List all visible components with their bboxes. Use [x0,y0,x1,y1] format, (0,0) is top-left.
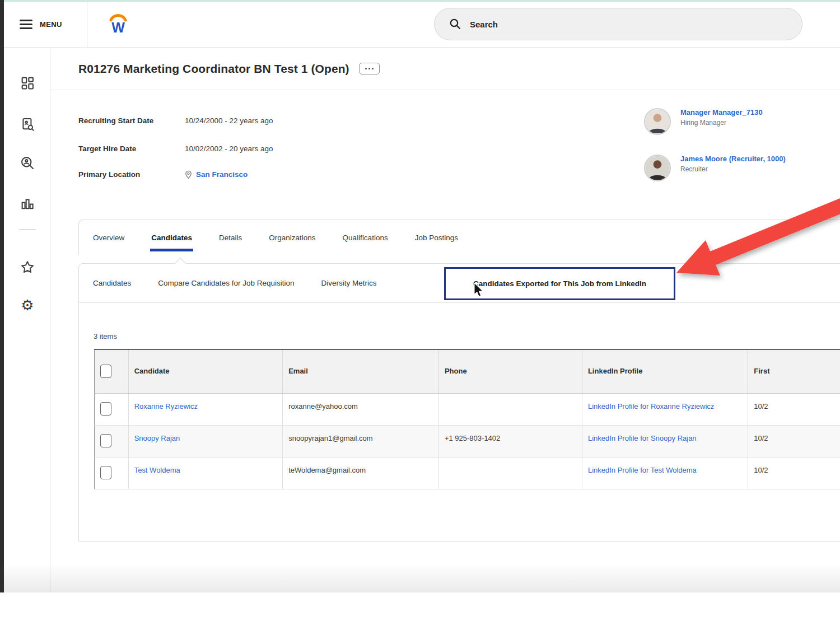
person-role: Recruiter [680,165,786,173]
candidate-link[interactable]: Roxanne Ryziewicz [134,402,198,410]
person-role: Hiring Manager [680,119,763,127]
hamburger-icon [20,20,32,30]
email-cell: snoopyrajan1@gmail.com [283,425,439,457]
row-checkbox[interactable] [100,434,111,447]
reports-bar-chart-icon[interactable] [18,195,36,213]
detail-row: Recruiting Start Date 10/24/2000 - 22 ye… [78,116,273,125]
first-export-cell: 10/2 [748,457,840,489]
subtab-candidates[interactable]: Candidates [93,279,131,287]
detail-row: Target Hire Date 10/02/2002 - 20 years a… [78,144,273,153]
linkedin-profile-link[interactable]: LinkedIn Profile for Test Woldema [588,466,697,474]
search-placeholder: Search [470,20,498,29]
related-actions-button[interactable] [359,63,380,74]
subtab-compare-candidates[interactable]: Compare Candidates for Job Requisition [158,279,294,287]
column-header-first-export[interactable]: First [748,349,840,393]
svg-text:W: W [111,20,125,35]
search-input[interactable]: Search [434,8,802,40]
page-title: R01276 Marketing Coordinator BN Test 1 (… [78,62,349,76]
location-pin-icon [185,170,192,179]
table-row: Test Woldema teWoldema@gmail.com LinkedI… [95,457,840,489]
bottom-fade [4,563,840,592]
column-header-phone[interactable]: Phone [438,349,582,393]
linkedin-profile-link[interactable]: LinkedIn Profile for Roxanne Ryziewicz [588,402,714,410]
ellipsis-icon [365,68,367,69]
candidate-link[interactable]: Snoopy Rajan [134,434,180,442]
tab-details[interactable]: Details [219,233,242,242]
menu-button[interactable]: MENU [20,2,62,47]
candidate-link[interactable]: Test Woldema [134,466,180,474]
candidates-panel: Candidates Compare Candidates for Job Re… [78,263,840,542]
avatar[interactable] [644,155,671,181]
row-checkbox[interactable] [100,402,111,416]
first-export-cell: 10/2 [748,393,840,425]
app-window: MENU W Search [0,0,840,630]
select-all-checkbox[interactable] [100,365,111,378]
column-header-candidate[interactable]: Candidate [128,349,283,393]
detail-label: Recruiting Start Date [78,116,185,125]
linkedin-profile-link[interactable]: LinkedIn Profile for Snoopy Rajan [588,434,697,442]
settings-gear-icon[interactable]: ⚙ [18,296,36,314]
column-header-email[interactable]: Email [283,349,439,393]
subtab-diversity-metrics[interactable]: Diversity Metrics [321,279,376,287]
person-name-link[interactable]: James Moore (Recruiter, 1000) [680,155,786,163]
detail-value: 10/24/2000 - 22 years ago [185,116,273,125]
left-sidebar: ⚙ [4,48,50,592]
recruiter-card: James Moore (Recruiter, 1000) Recruiter [644,155,786,181]
table-row: Snoopy Rajan snoopyrajan1@gmail.com +1 9… [95,425,840,457]
candidate-search-icon[interactable] [18,154,36,172]
main-tab-bar: Overview Candidates Details Organization… [78,220,840,255]
sidebar-divider [19,229,36,230]
favorites-star-icon[interactable] [18,258,36,276]
tab-qualifications[interactable]: Qualifications [343,233,388,242]
detail-row: Primary Location San Francisco [78,170,248,179]
detail-label: Primary Location [78,170,185,179]
email-cell: roxanne@yahoo.com [283,393,439,425]
dashboard-grid-icon[interactable] [18,74,36,92]
avatar[interactable] [644,108,671,135]
phone-cell [438,457,582,489]
row-checkbox[interactable] [100,466,111,479]
tab-overview[interactable]: Overview [93,233,124,242]
phone-cell [438,393,582,425]
table-row: Roxanne Ryziewicz roxanne@yahoo.com Link… [95,393,840,425]
requisition-document-search-icon[interactable] [18,115,36,133]
tab-organizations[interactable]: Organizations [269,233,315,242]
top-header-bar: MENU W Search [4,2,840,48]
table-header-row: Candidate Email Phone LinkedIn Profile F… [95,349,840,393]
detail-value: 10/02/2002 - 20 years ago [185,144,273,153]
tab-candidates[interactable]: Candidates [151,233,192,242]
first-export-cell: 10/2 [748,425,840,457]
menu-label: MENU [40,20,62,29]
tab-job-postings[interactable]: Job Postings [415,233,458,242]
column-header-linkedin-profile[interactable]: LinkedIn Profile [582,349,748,393]
search-icon [449,18,461,30]
hiring-manager-card: Manager Manager_7130 Hiring Manager [644,108,763,135]
candidates-table: Candidate Email Phone LinkedIn Profile F… [94,349,840,489]
primary-location-link[interactable]: San Francisco [196,170,248,179]
detail-label: Target Hire Date [78,144,185,153]
email-cell: teWoldema@gmail.com [283,457,439,489]
header-divider [87,2,87,48]
phone-cell: +1 925-803-1402 [438,425,582,457]
items-count: 3 items [94,332,117,340]
mouse-cursor [473,283,487,297]
window-edge-strip [0,0,4,592]
person-name-link[interactable]: Manager Manager_7130 [680,108,763,116]
workday-logo-icon[interactable]: W [106,11,130,37]
title-band: R01276 Marketing Coordinator BN Test 1 (… [50,48,840,90]
